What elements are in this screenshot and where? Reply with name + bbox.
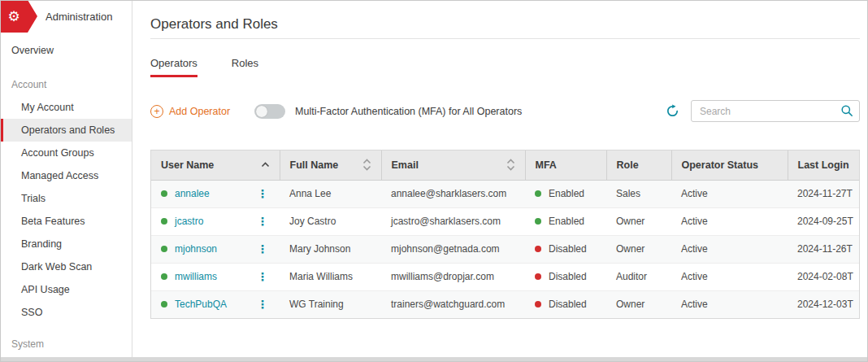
sidebar-item-branding[interactable]: Branding: [0, 233, 132, 255]
table-row[interactable]: annalee ⋮ Anna Lee annalee@sharklasers.c…: [151, 180, 859, 207]
mfa-status-dot: [535, 273, 541, 280]
operators-table: User Name Full Name: [150, 150, 860, 319]
column-header-last-login[interactable]: Last Login: [788, 150, 859, 180]
last-login-cell: 2024-11-26T: [788, 235, 859, 263]
column-header-role[interactable]: Role: [606, 150, 671, 180]
column-header-mfa[interactable]: MFA: [525, 150, 606, 180]
sidebar-header: ⚙ Administration: [0, 0, 132, 33]
username-link[interactable]: TechPubQA: [175, 299, 227, 310]
user-name-cell: annalee ⋮: [151, 180, 280, 207]
sort-ascending-icon: [261, 162, 270, 168]
mfa-cell: Disabled: [525, 235, 606, 263]
page-title: Operators and Roles: [150, 16, 860, 33]
table-row[interactable]: jcastro ⋮ Joy Castro jcastro@sharklasers…: [151, 207, 859, 235]
kebab-menu-icon[interactable]: ⋮: [257, 216, 270, 227]
mfa-status-label: Disabled: [549, 299, 587, 310]
plus-icon: +: [150, 105, 163, 118]
last-login-cell: 2024-12-03T: [788, 290, 859, 318]
kebab-menu-icon[interactable]: ⋮: [257, 271, 270, 282]
role-cell: Owner: [606, 290, 671, 318]
full-name-cell: Joy Castro: [280, 207, 381, 235]
sort-icon: [362, 159, 371, 171]
kebab-menu-icon[interactable]: ⋮: [257, 243, 270, 255]
role-cell: Auditor: [606, 263, 671, 290]
mfa-status-label: Disabled: [549, 243, 587, 255]
mfa-cell: Enabled: [525, 180, 606, 207]
user-status-dot: [161, 246, 167, 252]
mfa-toggle[interactable]: [254, 104, 285, 119]
last-login-cell: 2024-11-27T: [788, 180, 859, 207]
email-cell: annalee@sharklasers.com: [381, 180, 525, 207]
operator-status-cell: Active: [671, 235, 788, 263]
username-link[interactable]: mwilliams: [175, 271, 217, 282]
mfa-status-label: Enabled: [549, 216, 584, 227]
sidebar-item-trials[interactable]: Trials: [0, 187, 132, 210]
sidebar-item-sso[interactable]: SSO: [0, 301, 132, 324]
toolbar: + Add Operator Multi-Factor Authenticati…: [150, 100, 860, 122]
email-cell: jcastro@sharklasers.com: [381, 207, 525, 235]
user-name-cell: jcastro ⋮: [151, 207, 280, 235]
user-status-dot: [161, 190, 167, 197]
email-cell: mjohnson@getnada.com: [381, 235, 525, 263]
watchguard-logo[interactable]: ⚙: [0, 0, 37, 33]
sidebar-item-overview[interactable]: Overview: [0, 39, 132, 62]
mfa-status-dot: [535, 246, 541, 252]
email-cell: trainers@watchguard.com: [381, 290, 525, 318]
mfa-status-label: Enabled: [549, 188, 584, 199]
sidebar-item-account-groups[interactable]: Account Groups: [0, 142, 132, 164]
sidebar-item-managed-access[interactable]: Managed Access: [0, 164, 132, 187]
operator-status-cell: Active: [671, 207, 788, 235]
bottom-strip: [0, 357, 868, 362]
full-name-cell: Anna Lee: [280, 180, 381, 207]
add-operator-button[interactable]: + Add Operator: [150, 105, 230, 118]
kebab-menu-icon[interactable]: ⋮: [257, 188, 270, 199]
user-status-dot: [161, 218, 167, 225]
refresh-button[interactable]: [666, 104, 679, 118]
sidebar-item-api-usage[interactable]: API Usage: [0, 278, 132, 301]
kebab-menu-icon[interactable]: ⋮: [257, 299, 270, 310]
mfa-cell: Disabled: [525, 290, 606, 318]
last-login-cell: 2024-02-08T: [788, 263, 859, 290]
sidebar-section-system: System: [0, 333, 132, 355]
sidebar-item-operators-and-roles[interactable]: Operators and Roles: [0, 119, 132, 142]
sort-icon: [506, 159, 515, 171]
tab-operators[interactable]: Operators: [150, 57, 197, 77]
username-link[interactable]: mjohnson: [175, 243, 217, 255]
table-header-row: User Name Full Name: [151, 150, 859, 180]
sidebar-item-my-account[interactable]: My Account: [0, 96, 132, 119]
mfa-toggle-knob: [256, 106, 267, 117]
column-header-email[interactable]: Email: [381, 150, 525, 180]
username-link[interactable]: annalee: [175, 188, 210, 199]
search-box: [691, 100, 860, 122]
column-header-user-name[interactable]: User Name: [151, 150, 280, 180]
search-input[interactable]: [691, 100, 860, 122]
operator-status-cell: Active: [671, 180, 788, 207]
logo-flag-shape: [28, 0, 37, 33]
table-row[interactable]: mwilliams ⋮ Maria Williams mwilliams@dro…: [151, 263, 859, 290]
mfa-status-label: Disabled: [549, 271, 587, 282]
column-header-full-name[interactable]: Full Name: [280, 150, 381, 180]
role-cell: Sales: [606, 180, 671, 207]
sidebar-item-beta-features[interactable]: Beta Features: [0, 210, 132, 233]
table-row[interactable]: TechPubQA ⋮ WG Training trainers@watchgu…: [151, 290, 859, 318]
full-name-cell: Maria Williams: [280, 263, 381, 290]
sidebar-nav: Overview Account My Account Operators an…: [0, 33, 132, 357]
main-content: Operators and Roles Operators Roles + Ad…: [132, 0, 868, 357]
mfa-status-dot: [535, 190, 541, 197]
title-divider: [150, 38, 860, 39]
full-name-cell: Mary Johnson: [280, 235, 381, 263]
username-link[interactable]: jcastro: [175, 216, 203, 227]
full-name-cell: WG Training: [280, 290, 381, 318]
tab-bar: Operators Roles: [150, 57, 860, 77]
add-operator-label: Add Operator: [169, 106, 230, 117]
table-row[interactable]: mjohnson ⋮ Mary Johnson mjohnson@getnada…: [151, 235, 859, 263]
mfa-status-dot: [535, 301, 541, 307]
mfa-cell: Disabled: [525, 263, 606, 290]
refresh-icon: [666, 104, 679, 118]
column-header-operator-status[interactable]: Operator Status: [671, 150, 788, 180]
sidebar-item-dark-web-scan[interactable]: Dark Web Scan: [0, 255, 132, 278]
gear-icon: ⚙: [7, 10, 20, 24]
search-icon[interactable]: [840, 104, 853, 117]
tab-roles[interactable]: Roles: [232, 57, 258, 77]
logo-square: ⚙: [0, 0, 28, 33]
